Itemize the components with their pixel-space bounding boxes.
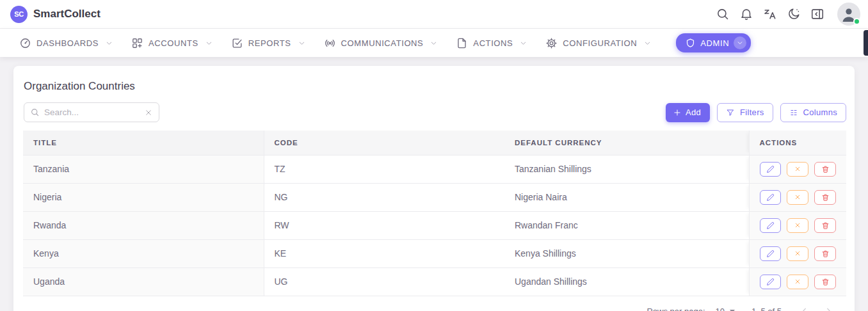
deactivate-button[interactable] [787,162,808,177]
x-icon [794,165,801,173]
table-row: KenyaKEKenya Shillings [23,239,846,267]
edit-button[interactable] [760,162,782,177]
language-icon[interactable] [762,6,778,22]
pencil-icon [766,250,775,258]
filters-button-label: Filters [740,108,764,117]
trash-icon [821,193,830,202]
broadcast-icon [324,37,336,49]
cell-title: Rwanda [23,211,264,239]
page-range: 1–5 of 5 [751,307,782,311]
add-button[interactable]: Add [666,103,710,122]
page-content: Organization Countries Add Filters Col [0,58,868,311]
filters-button[interactable]: Filters [717,103,773,122]
nav-item-accounts[interactable]: ACCOUNTS [131,37,213,49]
delete-button[interactable] [814,218,836,233]
deactivate-button[interactable] [787,275,808,289]
cell-actions [749,155,846,183]
admin-label: ADMIN [700,38,729,48]
rows-per-page-value: 10 [716,307,725,311]
page-title: Organization Countries [24,80,846,93]
previous-page-button[interactable] [797,305,811,311]
cell-code: UG [264,267,504,296]
shield-icon [685,38,696,49]
search-input[interactable] [44,108,140,117]
cell-title: Tanzania [23,155,264,183]
delete-button[interactable] [814,275,836,289]
cell-code: NG [264,183,504,211]
dark-mode-moon-icon[interactable] [786,6,801,22]
nav-item-actions[interactable]: ACTIONS [456,37,527,49]
chevron-down-icon [105,39,113,47]
columns-button[interactable]: Columns [780,103,846,122]
top-header: SC SmartCollect [0,0,868,29]
nav-label: REPORTS [248,38,291,48]
edit-button[interactable] [760,190,782,205]
search-box [24,102,159,122]
nav-item-admin[interactable]: ADMIN [676,33,751,52]
gear-icon [545,37,558,49]
checkbox-icon [231,37,243,49]
deactivate-button[interactable] [787,246,808,261]
cell-code: KE [264,239,504,267]
nav-label: ACTIONS [473,38,513,48]
nav-item-dashboards[interactable]: DASHBOARDS [19,37,113,49]
cell-currency: Kenya Shillings [504,239,749,267]
cell-title: Kenya [23,239,264,267]
edit-button[interactable] [760,275,782,289]
nav-label: COMMUNICATIONS [341,38,424,48]
cell-actions [749,183,846,211]
table-header-row: TITLE CODE DEFAULT CURRENCY ACTIONS [23,131,846,155]
pencil-icon [766,221,775,230]
brand-logo-icon: SC [10,6,28,23]
clear-search-icon[interactable] [144,108,153,117]
nav-label: CONFIGURATION [563,38,637,48]
nav-item-communications[interactable]: COMMUNICATIONS [324,37,438,49]
cell-actions [749,267,846,296]
countries-card: Organization Countries Add Filters Col [13,66,855,311]
notifications-bell-icon[interactable] [739,6,754,22]
next-page-button[interactable] [821,305,835,311]
cell-currency: Tanzanian Shillings [504,155,749,183]
cell-actions [749,239,846,267]
edit-button[interactable] [760,218,782,233]
nav-label: ACCOUNTS [149,38,198,48]
nav-item-configuration[interactable]: CONFIGURATION [545,37,652,49]
x-icon [794,193,801,201]
trash-icon [821,278,830,286]
deactivate-button[interactable] [787,218,808,233]
cell-code: TZ [264,155,504,183]
chevron-down-icon [205,39,213,47]
nav-label: DASHBOARDS [36,38,99,48]
add-button-label: Add [686,108,701,117]
document-icon [456,37,468,49]
table-row: RwandaRWRwandan Franc [23,211,846,239]
edit-button[interactable] [760,246,782,261]
table-row: UgandaUGUgandan Shillings [23,267,846,296]
cell-currency: Nigeria Naira [504,183,749,211]
deactivate-button[interactable] [787,190,808,205]
user-avatar[interactable] [837,3,860,26]
search-icon[interactable] [715,6,730,22]
cell-title: Uganda [23,267,264,296]
delete-button[interactable] [814,246,836,261]
chevron-down-icon [298,39,306,47]
delete-button[interactable] [814,162,836,177]
chevron-down-icon [519,39,527,47]
collapse-panel-icon[interactable] [810,6,825,22]
chevron-down-icon [734,36,746,49]
nav-item-reports[interactable]: REPORTS [231,37,306,49]
trash-icon [821,250,830,258]
trash-icon [821,165,830,173]
chevron-down-icon [430,39,438,47]
delete-button[interactable] [814,190,836,205]
gauge-icon [19,37,31,49]
nav-edge-element[interactable] [864,30,868,56]
pencil-icon [766,165,775,173]
pencil-icon [766,193,775,202]
grid-plus-icon [131,37,143,49]
cell-title: Nigeria [23,183,264,211]
online-status-dot [853,18,860,25]
rows-per-page-select[interactable]: 10 [716,307,735,311]
header-code: CODE [264,131,504,155]
brand[interactable]: SC SmartCollect [10,6,100,23]
